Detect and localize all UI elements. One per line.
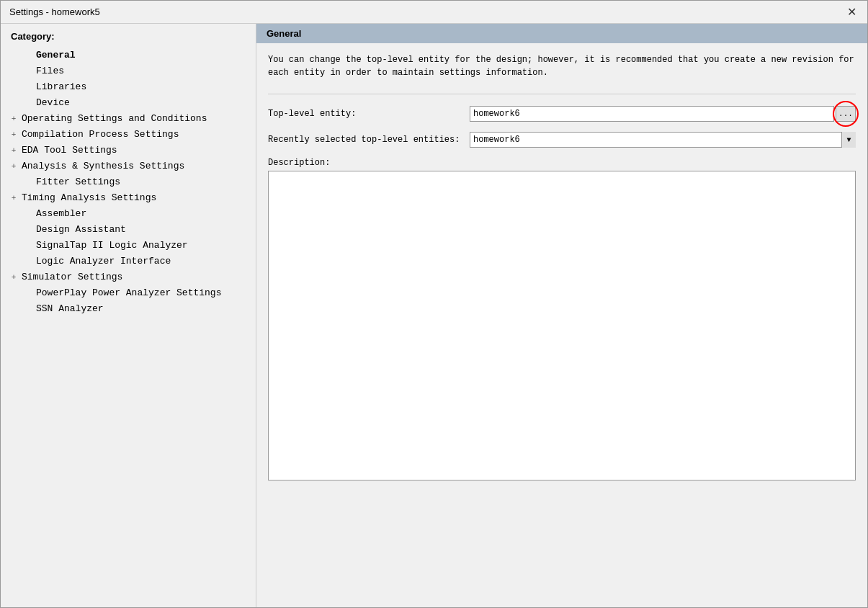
main-panel: General You can change the top-level ent… (256, 24, 867, 607)
panel-header: General (256, 24, 867, 43)
sidebar-item-powerplay[interactable]: PowerPlay Power Analyzer Settings (8, 285, 256, 301)
top-level-row: Top-level entity: ... (268, 106, 856, 122)
sidebar-item-device[interactable]: Device (8, 95, 256, 111)
sidebar-item-simulator[interactable]: +Simulator Settings (8, 269, 256, 285)
sidebar-item-logic-analyzer[interactable]: Logic Analyzer Interface (8, 254, 256, 269)
sidebar-item-assembler[interactable]: Assembler (8, 206, 256, 222)
sidebar-item-files[interactable]: Files (8, 63, 256, 79)
title-bar: Settings - homework5 ✕ (1, 1, 867, 24)
sidebar-item-ssn[interactable]: SSN Analyzer (8, 301, 256, 317)
sidebar-item-label: Design Assistant (35, 222, 126, 238)
sidebar-item-compilation-process[interactable]: +Compilation Process Settings (8, 127, 256, 143)
general-description: You can change the top-level entity for … (268, 53, 856, 79)
sidebar-item-label: PowerPlay Power Analyzer Settings (35, 285, 221, 301)
expander-icon[interactable]: + (8, 161, 19, 172)
sidebar-item-label: EDA Tool Settings (20, 143, 117, 158)
top-level-input-wrapper: ... (470, 106, 856, 122)
sidebar-item-label: Analysis & Synthesis Settings (20, 158, 184, 174)
sidebar-item-design-assistant[interactable]: Design Assistant (8, 222, 256, 238)
browse-dots: ... (838, 109, 853, 118)
sidebar-item-label: General (35, 48, 76, 63)
window-title: Settings - homework5 (9, 6, 100, 17)
expander-icon[interactable]: + (8, 129, 19, 140)
sidebar-item-label: Device (35, 95, 70, 111)
indent-spacer (8, 208, 19, 220)
description-label: Description: (268, 158, 856, 168)
sidebar-item-label: Logic Analyzer Interface (35, 254, 171, 269)
sidebar-item-timing-analysis[interactable]: +Timing Analysis Settings (8, 190, 256, 206)
indent-spacer (8, 97, 19, 109)
sidebar-item-label: SSN Analyzer (35, 301, 104, 317)
sidebar-item-analysis-synthesis[interactable]: +Analysis & Synthesis Settings (8, 158, 256, 174)
description-textarea[interactable] (268, 171, 856, 480)
indent-spacer (8, 303, 19, 315)
browse-button[interactable]: ... (836, 106, 856, 122)
category-tree: GeneralFilesLibrariesDevice+Operating Se… (8, 48, 256, 317)
sidebar-item-label: Assembler (35, 206, 86, 222)
indent-spacer (8, 176, 19, 188)
sidebar-item-operating-settings[interactable]: +Operating Settings and Conditions (8, 111, 256, 127)
sidebar-item-label: Compilation Process Settings (20, 127, 179, 143)
recently-selected-wrapper: ▼ (470, 132, 856, 148)
description-section: Description: (268, 158, 856, 483)
sidebar-item-fitter[interactable]: Fitter Settings (8, 174, 256, 190)
expander-icon[interactable]: + (8, 192, 19, 204)
sidebar: Category: GeneralFilesLibrariesDevice+Op… (1, 24, 256, 607)
recently-selected-input[interactable] (470, 132, 856, 148)
recently-selected-label: Recently selected top-level entities: (268, 135, 470, 145)
sidebar-item-signaltap[interactable]: SignalTap II Logic Analyzer (8, 238, 256, 254)
indent-spacer (8, 66, 19, 77)
content-area: Category: GeneralFilesLibrariesDevice+Op… (1, 24, 867, 607)
expander-icon[interactable]: + (8, 145, 19, 156)
sidebar-item-libraries[interactable]: Libraries (8, 79, 256, 95)
expander-icon[interactable]: + (8, 113, 19, 125)
top-level-input[interactable] (470, 106, 834, 122)
indent-spacer (8, 81, 19, 93)
sidebar-item-label: Simulator Settings (20, 269, 122, 285)
indent-spacer (8, 256, 19, 267)
close-button[interactable]: ✕ (844, 5, 859, 19)
sidebar-item-label: Operating Settings and Conditions (20, 111, 207, 127)
expander-icon[interactable]: + (8, 272, 19, 283)
indent-spacer (8, 224, 19, 236)
category-label: Category: (8, 31, 256, 42)
top-level-label: Top-level entity: (268, 109, 470, 119)
indent-spacer (8, 240, 19, 251)
sidebar-item-label: SignalTap II Logic Analyzer (35, 238, 188, 254)
main-window: Settings - homework5 ✕ Category: General… (0, 0, 868, 608)
sidebar-item-label: Files (35, 63, 64, 79)
sidebar-item-general[interactable]: General (8, 48, 256, 63)
sidebar-item-label: Fitter Settings (35, 174, 120, 190)
sidebar-item-label: Timing Analysis Settings (20, 190, 156, 206)
indent-spacer (8, 50, 19, 61)
sidebar-item-eda-tool[interactable]: +EDA Tool Settings (8, 143, 256, 158)
divider (268, 94, 856, 94)
recently-selected-row: Recently selected top-level entities: ▼ (268, 132, 856, 148)
indent-spacer (8, 287, 19, 299)
panel-body: You can change the top-level entity for … (256, 43, 867, 607)
sidebar-item-label: Libraries (35, 79, 86, 95)
